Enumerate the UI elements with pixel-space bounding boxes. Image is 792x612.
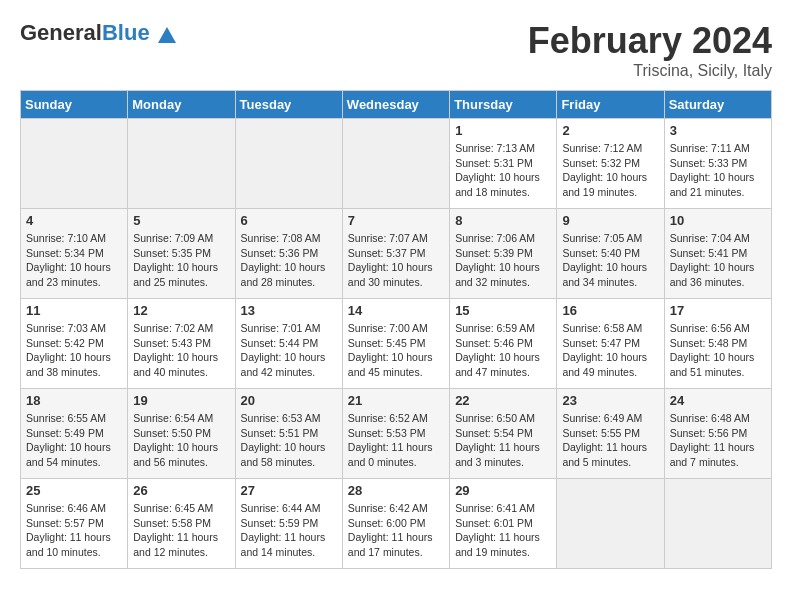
- day-number: 20: [241, 393, 337, 408]
- calendar-cell: 15Sunrise: 6:59 AM Sunset: 5:46 PM Dayli…: [450, 299, 557, 389]
- day-info: Sunrise: 6:45 AM Sunset: 5:58 PM Dayligh…: [133, 501, 229, 560]
- day-info: Sunrise: 6:46 AM Sunset: 5:57 PM Dayligh…: [26, 501, 122, 560]
- day-number: 26: [133, 483, 229, 498]
- day-info: Sunrise: 6:44 AM Sunset: 5:59 PM Dayligh…: [241, 501, 337, 560]
- day-number: 3: [670, 123, 766, 138]
- day-info: Sunrise: 6:41 AM Sunset: 6:01 PM Dayligh…: [455, 501, 551, 560]
- calendar-cell: 26Sunrise: 6:45 AM Sunset: 5:58 PM Dayli…: [128, 479, 235, 569]
- calendar-cell: 8Sunrise: 7:06 AM Sunset: 5:39 PM Daylig…: [450, 209, 557, 299]
- day-number: 21: [348, 393, 444, 408]
- day-number: 8: [455, 213, 551, 228]
- calendar-cell: 11Sunrise: 7:03 AM Sunset: 5:42 PM Dayli…: [21, 299, 128, 389]
- day-info: Sunrise: 7:13 AM Sunset: 5:31 PM Dayligh…: [455, 141, 551, 200]
- calendar-cell: 22Sunrise: 6:50 AM Sunset: 5:54 PM Dayli…: [450, 389, 557, 479]
- calendar-cell: 25Sunrise: 6:46 AM Sunset: 5:57 PM Dayli…: [21, 479, 128, 569]
- day-info: Sunrise: 7:00 AM Sunset: 5:45 PM Dayligh…: [348, 321, 444, 380]
- logo: GeneralBlue: [20, 20, 178, 47]
- day-header-saturday: Saturday: [664, 91, 771, 119]
- day-info: Sunrise: 6:58 AM Sunset: 5:47 PM Dayligh…: [562, 321, 658, 380]
- day-number: 19: [133, 393, 229, 408]
- day-number: 11: [26, 303, 122, 318]
- day-number: 16: [562, 303, 658, 318]
- day-info: Sunrise: 6:42 AM Sunset: 6:00 PM Dayligh…: [348, 501, 444, 560]
- day-number: 27: [241, 483, 337, 498]
- calendar-table: SundayMondayTuesdayWednesdayThursdayFrid…: [20, 90, 772, 569]
- day-info: Sunrise: 7:10 AM Sunset: 5:34 PM Dayligh…: [26, 231, 122, 290]
- day-number: 12: [133, 303, 229, 318]
- calendar-cell: [342, 119, 449, 209]
- week-row-3: 11Sunrise: 7:03 AM Sunset: 5:42 PM Dayli…: [21, 299, 772, 389]
- day-number: 24: [670, 393, 766, 408]
- calendar-cell: 10Sunrise: 7:04 AM Sunset: 5:41 PM Dayli…: [664, 209, 771, 299]
- day-number: 15: [455, 303, 551, 318]
- calendar-cell: 7Sunrise: 7:07 AM Sunset: 5:37 PM Daylig…: [342, 209, 449, 299]
- day-number: 29: [455, 483, 551, 498]
- day-info: Sunrise: 7:02 AM Sunset: 5:43 PM Dayligh…: [133, 321, 229, 380]
- page-header: GeneralBlue February 2024 Triscina, Sici…: [20, 20, 772, 80]
- calendar-cell: 13Sunrise: 7:01 AM Sunset: 5:44 PM Dayli…: [235, 299, 342, 389]
- calendar-cell: [128, 119, 235, 209]
- month-title: February 2024: [528, 20, 772, 62]
- day-number: 14: [348, 303, 444, 318]
- calendar-cell: 14Sunrise: 7:00 AM Sunset: 5:45 PM Dayli…: [342, 299, 449, 389]
- week-row-1: 1Sunrise: 7:13 AM Sunset: 5:31 PM Daylig…: [21, 119, 772, 209]
- logo-general: General: [20, 20, 102, 45]
- day-info: Sunrise: 7:11 AM Sunset: 5:33 PM Dayligh…: [670, 141, 766, 200]
- calendar-cell: 2Sunrise: 7:12 AM Sunset: 5:32 PM Daylig…: [557, 119, 664, 209]
- day-header-thursday: Thursday: [450, 91, 557, 119]
- day-number: 18: [26, 393, 122, 408]
- day-info: Sunrise: 7:05 AM Sunset: 5:40 PM Dayligh…: [562, 231, 658, 290]
- day-info: Sunrise: 7:07 AM Sunset: 5:37 PM Dayligh…: [348, 231, 444, 290]
- calendar-cell: 27Sunrise: 6:44 AM Sunset: 5:59 PM Dayli…: [235, 479, 342, 569]
- calendar-cell: 16Sunrise: 6:58 AM Sunset: 5:47 PM Dayli…: [557, 299, 664, 389]
- header-row: SundayMondayTuesdayWednesdayThursdayFrid…: [21, 91, 772, 119]
- location: Triscina, Sicily, Italy: [528, 62, 772, 80]
- day-info: Sunrise: 7:08 AM Sunset: 5:36 PM Dayligh…: [241, 231, 337, 290]
- calendar-cell: 21Sunrise: 6:52 AM Sunset: 5:53 PM Dayli…: [342, 389, 449, 479]
- day-number: 2: [562, 123, 658, 138]
- calendar-cell: 28Sunrise: 6:42 AM Sunset: 6:00 PM Dayli…: [342, 479, 449, 569]
- calendar-cell: 3Sunrise: 7:11 AM Sunset: 5:33 PM Daylig…: [664, 119, 771, 209]
- day-header-tuesday: Tuesday: [235, 91, 342, 119]
- day-info: Sunrise: 6:52 AM Sunset: 5:53 PM Dayligh…: [348, 411, 444, 470]
- calendar-cell: 4Sunrise: 7:10 AM Sunset: 5:34 PM Daylig…: [21, 209, 128, 299]
- day-number: 4: [26, 213, 122, 228]
- day-info: Sunrise: 6:56 AM Sunset: 5:48 PM Dayligh…: [670, 321, 766, 380]
- day-header-wednesday: Wednesday: [342, 91, 449, 119]
- day-info: Sunrise: 6:49 AM Sunset: 5:55 PM Dayligh…: [562, 411, 658, 470]
- logo-blue: Blue: [102, 20, 150, 45]
- day-info: Sunrise: 7:09 AM Sunset: 5:35 PM Dayligh…: [133, 231, 229, 290]
- week-row-2: 4Sunrise: 7:10 AM Sunset: 5:34 PM Daylig…: [21, 209, 772, 299]
- day-info: Sunrise: 6:53 AM Sunset: 5:51 PM Dayligh…: [241, 411, 337, 470]
- logo-text: GeneralBlue: [20, 20, 178, 47]
- day-info: Sunrise: 7:04 AM Sunset: 5:41 PM Dayligh…: [670, 231, 766, 290]
- day-info: Sunrise: 7:12 AM Sunset: 5:32 PM Dayligh…: [562, 141, 658, 200]
- day-number: 28: [348, 483, 444, 498]
- calendar-cell: 29Sunrise: 6:41 AM Sunset: 6:01 PM Dayli…: [450, 479, 557, 569]
- day-number: 5: [133, 213, 229, 228]
- calendar-cell: [21, 119, 128, 209]
- day-number: 22: [455, 393, 551, 408]
- svg-marker-0: [158, 27, 176, 43]
- day-number: 6: [241, 213, 337, 228]
- title-area: February 2024 Triscina, Sicily, Italy: [528, 20, 772, 80]
- week-row-4: 18Sunrise: 6:55 AM Sunset: 5:49 PM Dayli…: [21, 389, 772, 479]
- calendar-cell: [557, 479, 664, 569]
- day-number: 7: [348, 213, 444, 228]
- calendar-cell: 6Sunrise: 7:08 AM Sunset: 5:36 PM Daylig…: [235, 209, 342, 299]
- day-info: Sunrise: 6:55 AM Sunset: 5:49 PM Dayligh…: [26, 411, 122, 470]
- week-row-5: 25Sunrise: 6:46 AM Sunset: 5:57 PM Dayli…: [21, 479, 772, 569]
- day-number: 9: [562, 213, 658, 228]
- calendar-cell: [235, 119, 342, 209]
- day-header-friday: Friday: [557, 91, 664, 119]
- day-info: Sunrise: 7:03 AM Sunset: 5:42 PM Dayligh…: [26, 321, 122, 380]
- day-number: 17: [670, 303, 766, 318]
- day-number: 13: [241, 303, 337, 318]
- day-info: Sunrise: 6:48 AM Sunset: 5:56 PM Dayligh…: [670, 411, 766, 470]
- calendar-cell: 1Sunrise: 7:13 AM Sunset: 5:31 PM Daylig…: [450, 119, 557, 209]
- calendar-cell: 9Sunrise: 7:05 AM Sunset: 5:40 PM Daylig…: [557, 209, 664, 299]
- day-info: Sunrise: 7:01 AM Sunset: 5:44 PM Dayligh…: [241, 321, 337, 380]
- day-number: 25: [26, 483, 122, 498]
- day-header-sunday: Sunday: [21, 91, 128, 119]
- day-header-monday: Monday: [128, 91, 235, 119]
